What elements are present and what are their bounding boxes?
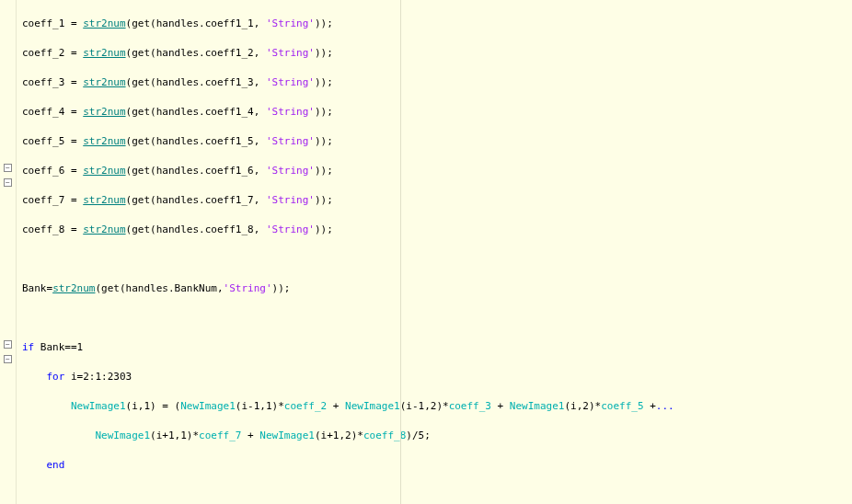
fold-toggle-icon[interactable]: − — [4, 340, 12, 349]
column-guide — [400, 0, 401, 504]
code-line — [22, 252, 852, 267]
code-line: coeff_2 = str2num(get(handles.coeff1_2, … — [22, 46, 852, 61]
fold-toggle-icon[interactable]: − — [4, 178, 12, 187]
code-line: coeff_4 = str2num(get(handles.coeff1_4, … — [22, 105, 852, 120]
code-editor[interactable]: coeff_1 = str2num(get(handles.coeff1_1, … — [0, 0, 852, 504]
code-line: coeff_5 = str2num(get(handles.coeff1_5, … — [22, 134, 852, 149]
code-line: end — [22, 458, 852, 473]
code-line — [22, 311, 852, 326]
code-line: coeff_3 = str2num(get(handles.coeff1_3, … — [22, 75, 852, 90]
code-line: if Bank==1 — [22, 340, 852, 355]
code-line: coeff_7 = str2num(get(handles.coeff1_7, … — [22, 193, 852, 208]
code-line: Bank=str2num(get(handles.BankNum,'String… — [22, 281, 852, 296]
code-line: NewImage1(i,1) = (NewImage1(i-1,1)*coeff… — [22, 399, 852, 414]
code-line: coeff_8 = str2num(get(handles.coeff1_8, … — [22, 223, 852, 237]
code-line: coeff_1 = str2num(get(handles.coeff1_1, … — [22, 17, 852, 31]
fold-toggle-icon[interactable]: − — [4, 164, 12, 172]
code-line: for i=2:1:2303 — [22, 370, 852, 384]
code-line — [22, 487, 852, 502]
editor-gutter — [0, 0, 17, 504]
fold-toggle-icon[interactable]: − — [4, 355, 12, 363]
code-line: coeff_6 = str2num(get(handles.coeff1_6, … — [22, 164, 852, 178]
code-line: NewImage1(i+1,1)*coeff_7 + NewImage1(i+1… — [22, 429, 852, 443]
